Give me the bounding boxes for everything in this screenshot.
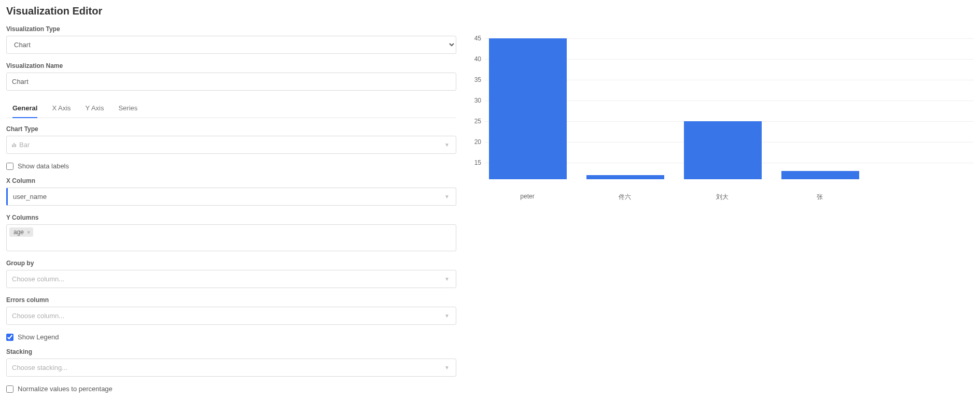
tab-y-axis[interactable]: Y Axis [86,99,104,118]
tab-general[interactable]: General [12,99,37,118]
chevron-down-icon: ▼ [444,365,450,370]
chart-type-select[interactable]: Bar ▼ [6,136,456,154]
stacking-label: Stacking [6,348,456,355]
tab-x-axis[interactable]: X Axis [52,99,71,118]
viz-name-input[interactable] [6,73,456,91]
x-column-select[interactable]: user_name ▼ [6,188,456,206]
stacking-placeholder: Choose stacking... [12,364,67,371]
group-by-placeholder: Choose column... [12,275,64,283]
chart-bar[interactable] [586,175,664,179]
chevron-down-icon: ▼ [444,142,450,148]
normalize-checkbox[interactable] [6,385,13,393]
tab-series[interactable]: Series [118,99,137,118]
y-axis-tick: 25 [474,118,481,125]
x-column-label: X Column [6,177,456,184]
viz-type-label: Visualization Type [6,25,456,33]
chart-preview: 15202530354045 [469,34,974,190]
page-title: Visualization Editor [6,5,456,17]
y-columns-input[interactable]: age× [6,224,456,251]
y-axis-tick: 45 [474,35,481,42]
chevron-down-icon: ▼ [444,276,450,282]
chart-bar[interactable] [684,121,762,179]
viz-type-select[interactable]: Chart [6,36,456,54]
group-by-select[interactable]: Choose column... ▼ [6,270,456,288]
errors-column-select[interactable]: Choose column... ▼ [6,307,456,325]
x-column-value: user_name [13,193,47,200]
y-axis-tick: 20 [474,138,481,146]
y-column-tag[interactable]: age× [9,227,33,237]
normalize-label: Normalize values to percentage [18,385,113,393]
show-data-labels-checkbox[interactable] [6,163,13,170]
show-legend-label: Show Legend [18,333,59,341]
errors-column-label: Errors column [6,296,456,304]
y-axis-tick: 35 [474,76,481,83]
x-axis-label: 张 [817,193,823,202]
group-by-label: Group by [6,260,456,267]
close-icon[interactable]: × [26,229,31,235]
y-axis-tick: 40 [474,55,481,63]
show-legend-checkbox[interactable] [6,334,13,341]
tabs: General X Axis Y Axis Series [6,99,456,118]
y-column-tag-label: age [13,228,24,236]
errors-column-placeholder: Choose column... [12,312,64,320]
viz-name-label: Visualization Name [6,62,456,69]
show-data-labels-label: Show data labels [18,162,69,170]
bar-chart-icon [12,143,16,147]
chart-type-label: Chart Type [6,125,456,133]
y-columns-label: Y Columns [6,214,456,221]
chevron-down-icon: ▼ [444,194,450,199]
y-axis-tick: 30 [474,97,481,104]
chart-bar[interactable] [489,38,567,179]
x-axis-label: 佟六 [619,193,631,202]
y-axis-tick: 15 [474,159,481,166]
chevron-down-icon: ▼ [444,313,450,319]
x-axis-label: peter [520,193,534,200]
x-axis-label: 刘大 [716,193,729,202]
chart-bar[interactable] [781,171,859,179]
chart-type-value: Bar [19,141,30,149]
stacking-select[interactable]: Choose stacking... ▼ [6,359,456,377]
